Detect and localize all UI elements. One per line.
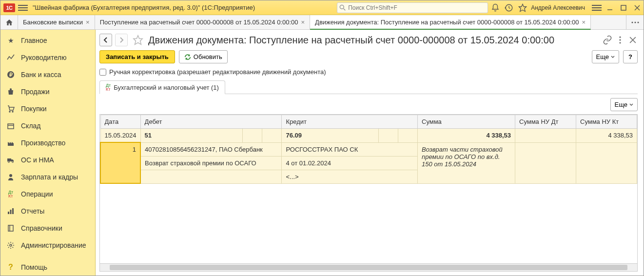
person-icon [6, 173, 15, 181]
minimize-icon[interactable] [606, 4, 613, 11]
svg-point-26 [10, 244, 12, 246]
sidebar-item-assets[interactable]: ОС и НМА [0, 151, 95, 168]
tab-movements[interactable]: Движения документа: Поступление на расче… [310, 15, 591, 30]
sidebar-item-reports[interactable]: Отчеты [0, 202, 95, 219]
svg-rect-23 [12, 208, 14, 214]
tab-bank-statements[interactable]: Банковские выписки × [18, 15, 95, 29]
sidebar-item-purchases[interactable]: Покупки [0, 100, 95, 117]
search-input[interactable] [348, 4, 486, 11]
svg-point-8 [631, 21, 633, 23]
sidebar-item-label: Главное [21, 37, 47, 44]
sidebar-item-directories[interactable]: Справочники [0, 219, 95, 237]
close-icon[interactable] [634, 4, 641, 11]
table-more-button[interactable]: Еще [610, 98, 638, 111]
close-icon[interactable] [628, 35, 638, 45]
svg-point-0 [340, 5, 344, 9]
sidebar-item-label: ОС и НМА [21, 156, 54, 164]
sidebar-item-label: Справочники [21, 224, 62, 232]
horizontal-scrollbar[interactable] [100, 263, 637, 271]
cell-credit-acc: 76.09 [282, 129, 379, 143]
cell-credit-detail: РОСГОССТРАХ ПАО СК [282, 142, 418, 156]
tab-close-icon[interactable]: × [582, 19, 586, 26]
cell-nukt: 4 338,53 [576, 129, 637, 143]
header-credit[interactable]: Кредит [282, 115, 418, 129]
menu-icon[interactable] [18, 3, 28, 13]
svg-line-1 [344, 8, 346, 10]
sidebar-item-main[interactable]: ★Главное [0, 32, 95, 49]
refresh-label: Обновить [194, 53, 222, 60]
history-icon[interactable] [505, 3, 513, 12]
manual-correction-label: Ручная корректировка (разрешает редактир… [109, 68, 326, 76]
sidebar-item-sales[interactable]: Продажи [0, 83, 95, 100]
tab-accounting[interactable]: ДтКт Бухгалтерский и налоговый учет (1) [99, 80, 225, 94]
refresh-button[interactable]: Обновить [179, 50, 228, 63]
sidebar-item-label: Покупки [21, 105, 47, 113]
link-icon[interactable] [603, 35, 612, 45]
user-name[interactable]: Андрей Алексеевич [531, 4, 585, 11]
cell-nudt [515, 129, 576, 143]
sidebar-item-label: Производство [21, 139, 65, 147]
sidebar-item-warehouse[interactable]: Склад [0, 117, 95, 134]
dtkt-icon: ДтКт [6, 190, 15, 198]
sidebar-item-label: Операции [21, 190, 53, 198]
sidebar-item-production[interactable]: Производство [0, 134, 95, 151]
sidebar-item-manager[interactable]: Руководителю [0, 49, 95, 66]
more-tabs-icon[interactable] [626, 15, 644, 29]
favorite-icon[interactable] [133, 35, 143, 45]
ruble-icon: ₽ [6, 70, 15, 79]
star-icon[interactable] [518, 3, 527, 12]
tab-close-icon[interactable]: × [86, 19, 90, 26]
user-menu-icon[interactable] [592, 3, 602, 13]
sidebar-item-hr[interactable]: Зарплата и кадры [0, 168, 95, 185]
kebab-icon[interactable] [615, 35, 625, 45]
svg-marker-27 [134, 36, 142, 44]
more-button[interactable]: Еще [592, 50, 619, 63]
refresh-icon [184, 54, 191, 60]
header-sum[interactable]: Сумма [418, 115, 515, 129]
svg-rect-17 [7, 158, 11, 161]
save-close-button[interactable]: Записать и закрыть [99, 50, 175, 63]
truck-icon [6, 156, 15, 164]
header-debit[interactable]: Дебет [140, 115, 282, 129]
app-title: "Швейная фабрика (Бухгалтерия предприяти… [33, 4, 255, 11]
header-date[interactable]: Дата [100, 115, 140, 129]
cell-date: 15.05.2024 [100, 129, 140, 143]
svg-point-9 [634, 21, 636, 23]
dtkt-icon: ДтКт [106, 83, 111, 91]
cell-sum-desc: Возврат части страховой премии по ОСАГО … [418, 142, 515, 183]
sidebar-item-label: Продажи [21, 88, 49, 96]
svg-point-10 [637, 21, 639, 23]
svg-rect-22 [10, 210, 12, 214]
table-row[interactable]: 15.05.2024 51 76.09 4 338,53 4 338,53 [100, 129, 637, 143]
forward-button[interactable] [115, 34, 128, 46]
sidebar-item-operations[interactable]: ДтКтОперации [0, 185, 95, 202]
back-button[interactable] [99, 34, 112, 46]
svg-point-18 [8, 161, 10, 162]
sidebar-item-admin[interactable]: Администрирование [0, 237, 95, 254]
maximize-icon[interactable] [620, 4, 627, 11]
tab-close-icon[interactable]: × [301, 19, 305, 26]
cell-debit-detail: Возврат страховой премии по ОСАГО [140, 156, 282, 170]
factory-icon [6, 138, 15, 147]
header-nudt[interactable]: Сумма НУ Дт [515, 115, 576, 129]
header-nukt[interactable]: Сумма НУ Кт [576, 115, 637, 129]
bell-icon[interactable] [491, 3, 500, 12]
table-row[interactable]: 1 40702810856456231247, ПАО Сбербанк РОС… [100, 142, 637, 156]
home-tab[interactable] [0, 15, 18, 29]
tab-label: Движения документа: Поступление на расче… [315, 19, 579, 26]
help-button[interactable]: ? [623, 50, 638, 63]
content-area: Движения документа: Поступление на расче… [96, 30, 644, 276]
tab-receipt[interactable]: Поступление на расчетный счет 0000-00000… [95, 15, 310, 29]
sidebar-item-label: Банк и касса [21, 71, 61, 79]
star-icon: ★ [6, 36, 15, 45]
sidebar-item-label: Зарплата и кадры [21, 173, 78, 181]
logo-1c: 1C [3, 3, 15, 12]
global-search[interactable] [337, 2, 488, 13]
manual-correction-checkbox[interactable] [99, 69, 106, 76]
sidebar-item-bank[interactable]: ₽Банк и касса [0, 66, 95, 83]
svg-rect-21 [8, 212, 9, 214]
help-icon: ? [6, 263, 15, 272]
bars-icon [6, 207, 15, 216]
sidebar-item-help[interactable]: ?Помощь [0, 258, 95, 276]
box-icon [6, 121, 15, 130]
